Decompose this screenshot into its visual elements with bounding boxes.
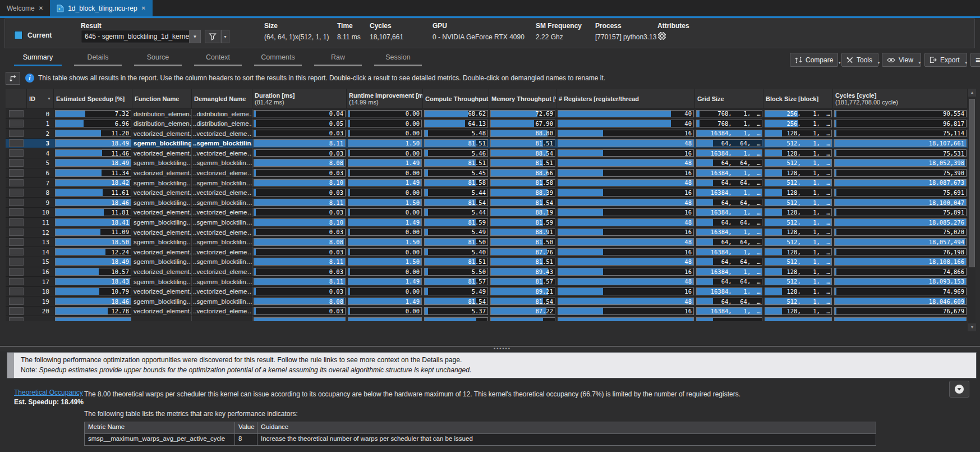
table-row[interactable]: 5 18.49 sgemm_blocktiling… ..sgemm_block… [6, 158, 968, 168]
tab-summary[interactable]: Summary [8, 50, 68, 67]
tab-comments[interactable]: Comments [248, 50, 308, 67]
table-row[interactable]: 6 11.34 vectorized_element… ..vectorized… [6, 168, 968, 179]
overflow-menu-button[interactable]: ≡▼ [970, 53, 980, 67]
tab-raw[interactable]: Raw [308, 50, 368, 67]
table-row[interactable]: 10 11.81 vectorized_element… ..vectorize… [6, 208, 968, 218]
row-handle[interactable] [6, 178, 27, 188]
demangled-name-cell[interactable]: ..sgemm_blocktilin… [192, 198, 252, 207]
table-row[interactable]: 13 18.50 sgemm_blocktiling… ..sgemm_bloc… [6, 238, 968, 248]
demangled-name-cell[interactable]: ..vectorized_eleme… [192, 188, 252, 198]
scrollbar-thumb[interactable] [969, 99, 975, 267]
row-handle[interactable] [6, 257, 27, 267]
row-handle[interactable] [6, 287, 27, 296]
column-header-compute[interactable]: Compute Throughput [%] [423, 89, 489, 109]
tab-details[interactable]: Details [68, 50, 128, 67]
current-color-checkbox[interactable] [14, 31, 22, 39]
demangled-name-cell[interactable]: ..vectorized_eleme… [192, 148, 252, 158]
export-button[interactable]: Export▼ [924, 53, 967, 67]
column-header-duration[interactable]: Duration [ms](81.42 ms) [252, 89, 347, 109]
table-row[interactable]: 1 6.96 distribution_elemen… ..distributi… [6, 119, 968, 129]
demangled-name-cell[interactable]: ..sgemm_blocktilin… [192, 257, 252, 267]
column-header-id[interactable]: ID▼ [27, 89, 54, 109]
row-handle[interactable] [6, 139, 27, 148]
chevron-down-icon[interactable]: ▼ [189, 30, 200, 43]
table-row[interactable]: 11 18.41 sgemm_blocktiling… ..sgemm_bloc… [6, 218, 968, 228]
demangled-name-cell[interactable]: ..sgemm_blocktilin… [192, 238, 252, 247]
row-handle[interactable] [6, 316, 27, 321]
table-row[interactable]: 4 11.46 vectorized_element… ..vectorized… [6, 148, 968, 158]
row-handle[interactable] [6, 109, 27, 118]
view-button[interactable]: View▼ [882, 53, 921, 67]
table-row[interactable]: 18 10.79 vectorized_element… ..vectorize… [6, 287, 968, 297]
column-header-registers[interactable]: # Registers [register/thread [556, 89, 695, 109]
table-row[interactable]: 19 18.46 sgemm_blocktiling… ..sgemm_bloc… [6, 296, 968, 307]
demangled-name-cell[interactable]: ..sgemm_blocktilin… [192, 296, 252, 306]
column-header-function[interactable]: Function Name [132, 89, 192, 109]
demangled-name-cell[interactable]: ..sgemm_blocktilin… [192, 139, 252, 148]
row-handle[interactable] [6, 119, 27, 129]
demangled-name-cell[interactable]: ..vectorized_eleme… [192, 307, 252, 316]
demangled-name-cell[interactable]: ..distribution_eleme… [192, 119, 252, 129]
column-header-block[interactable]: Block Size [block] [763, 89, 833, 109]
filter-button[interactable] [205, 30, 220, 43]
collapse-rule-button[interactable] [949, 381, 969, 398]
demangled-name-cell[interactable]: ..distribution_eleme… [192, 109, 252, 118]
result-dropdown[interactable]: 645 - sgemm_blocktiling_1d_kernel ▼ [81, 30, 201, 43]
row-handle[interactable] [6, 129, 27, 138]
column-header-cycles[interactable]: Cycles [cycle](181,772,708.00 cycle) [833, 89, 968, 109]
table-row[interactable] [6, 316, 968, 321]
table-row[interactable]: 15 18.49 sgemm_blocktiling… ..sgemm_bloc… [6, 257, 968, 267]
column-header-runtime[interactable]: Runtime Improvement [ms](14.99 ms) [347, 89, 423, 109]
column-header-speedup[interactable]: Estimated Speedup [%] [54, 89, 132, 109]
row-handle[interactable] [6, 277, 27, 286]
row-handle[interactable] [6, 208, 27, 217]
demangled-name-cell[interactable]: ..vectorized_eleme… [192, 129, 252, 138]
table-row[interactable]: 8 11.61 vectorized_element… ..vectorized… [6, 188, 968, 198]
demangled-name-cell[interactable]: ..vectorized_eleme… [192, 208, 252, 217]
table-row[interactable]: 2 11.20 vectorized_element… ..vectorized… [6, 129, 968, 139]
attributes-chip-icon[interactable] [657, 31, 666, 40]
table-row[interactable]: 20 12.78 vectorized_element… ..vectorize… [6, 307, 968, 317]
demangled-name-cell[interactable]: ..sgemm_blocktilin… [192, 218, 252, 227]
demangled-name-cell[interactable]: ..vectorized_eleme… [192, 247, 252, 257]
table-row[interactable]: 16 10.57 vectorized_element… ..vectorize… [6, 267, 968, 277]
row-handle[interactable] [6, 227, 27, 237]
splitter-grip-icon[interactable]: •••••• [494, 347, 511, 350]
tools-button[interactable]: Tools▼ [841, 53, 878, 67]
row-handle[interactable] [6, 267, 27, 277]
demangled-name-cell[interactable]: ..vectorized_eleme… [192, 267, 252, 277]
theoretical-occupancy-link[interactable]: Theoretical Occupancy [14, 389, 83, 396]
table-row[interactable]: 17 18.43 sgemm_blocktiling… ..sgemm_bloc… [6, 277, 968, 287]
row-handle[interactable] [6, 247, 27, 257]
tab-welcome[interactable]: Welcome ✕ [0, 0, 50, 16]
row-handle[interactable] [6, 307, 27, 316]
demangled-name-cell[interactable]: ..vectorized_eleme… [192, 227, 252, 237]
close-icon[interactable]: ✕ [141, 5, 146, 11]
panel-splitter[interactable] [0, 346, 980, 351]
tab-source[interactable]: Source [128, 50, 188, 67]
tab-context[interactable]: Context [188, 50, 248, 67]
table-row[interactable]: 7 18.42 sgemm_blocktiling… ..sgemm_block… [6, 178, 968, 188]
demangled-name-cell[interactable]: ..sgemm_blocktilin… [192, 178, 252, 188]
scroll-up-icon[interactable]: ▲ [968, 89, 976, 97]
row-handle[interactable] [6, 296, 27, 306]
row-handle[interactable] [6, 218, 27, 227]
column-header-memory[interactable]: Memory Throughput [%] [489, 89, 556, 109]
demangled-name-cell[interactable]: ..vectorized_eleme… [192, 168, 252, 178]
compare-button[interactable]: Compare▼ [790, 53, 838, 67]
tab-report[interactable]: 1d_block_tiling.ncu-rep ✕ [50, 0, 153, 16]
table-row[interactable]: 12 11.09 vectorized_element… ..vectorize… [6, 227, 968, 238]
table-row[interactable]: 0 7.32 distribution_elemen… ..distributi… [6, 109, 968, 119]
row-handle[interactable] [6, 148, 27, 158]
table-row[interactable]: 3 18.49 sgemm_blocktiling… ..sgemm_block… [6, 139, 968, 149]
demangled-name-cell[interactable]: ..sgemm_blocktilin… [192, 158, 252, 168]
vertical-scrollbar[interactable]: ▲ ▼ [968, 89, 976, 331]
demangled-name-cell[interactable] [192, 316, 252, 321]
close-icon[interactable]: ✕ [39, 5, 43, 11]
transpose-table-button[interactable] [6, 72, 20, 85]
table-row[interactable]: 14 12.24 vectorized_element… ..vectorize… [6, 247, 968, 257]
tab-session[interactable]: Session [368, 50, 428, 67]
filter-dropdown-button[interactable]: ▼ [221, 30, 229, 43]
demangled-name-cell[interactable]: ..vectorized_eleme… [192, 287, 252, 296]
column-header-demangled[interactable]: Demangled Name [192, 89, 252, 109]
